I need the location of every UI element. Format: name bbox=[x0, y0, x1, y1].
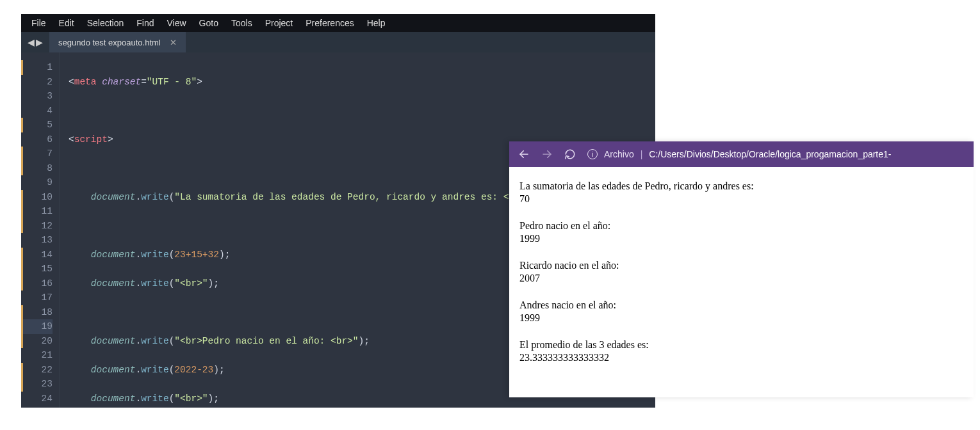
menu-item-project[interactable]: Project bbox=[260, 17, 298, 29]
code-obj: document bbox=[91, 365, 136, 375]
code-string: "<br>Pedro nacio en el año: <br>" bbox=[174, 336, 358, 346]
back-arrow-icon[interactable]: ◀ bbox=[28, 37, 35, 47]
line-number: 23 bbox=[21, 377, 53, 392]
line-number: 2 bbox=[21, 75, 53, 90]
code-string: "UTF - 8" bbox=[147, 77, 197, 87]
output-label: Pedro nacio en el año: bbox=[519, 219, 963, 232]
code-expr: 23+15+32 bbox=[174, 250, 219, 260]
code-string: "La sumatoria de las edades de Pedro, ri… bbox=[174, 192, 531, 202]
code-attr: charset bbox=[102, 77, 141, 87]
line-number: 20 bbox=[21, 334, 53, 349]
line-number: 17 bbox=[21, 291, 53, 305]
addr-path: C:/Users/Divios/Desktop/Oracle/logica_pr… bbox=[649, 149, 891, 159]
tab-history-nav: ◀ ▶ bbox=[21, 37, 49, 47]
line-number: 4 bbox=[21, 104, 53, 118]
line-number: 16 bbox=[21, 276, 53, 291]
code-fn: write bbox=[141, 278, 169, 289]
line-number: 10 bbox=[21, 190, 53, 205]
line-number: 9 bbox=[21, 175, 53, 190]
close-icon[interactable]: ✕ bbox=[170, 38, 177, 47]
line-number: 22 bbox=[21, 363, 53, 378]
output-label: Ricardo nacio en el año: bbox=[519, 259, 963, 272]
code-obj: document bbox=[91, 394, 136, 404]
output-value: 1999 bbox=[519, 232, 963, 245]
line-number: 11 bbox=[21, 204, 53, 219]
addr-label: Archivo bbox=[604, 149, 634, 159]
address-bar[interactable]: i Archivo | C:/Users/Divios/Desktop/Orac… bbox=[587, 149, 892, 159]
code-fn: write bbox=[141, 192, 169, 202]
menu-bar: File Edit Selection Find View Goto Tools… bbox=[21, 14, 655, 32]
line-number: 21 bbox=[21, 348, 53, 363]
line-number-gutter: 123456789101112131415161718192021222324 bbox=[21, 52, 60, 408]
code-fn: write bbox=[141, 365, 169, 375]
line-number: 18 bbox=[21, 305, 53, 320]
browser-toolbar: i Archivo | C:/Users/Divios/Desktop/Orac… bbox=[509, 141, 974, 167]
forward-icon[interactable] bbox=[541, 148, 553, 160]
menu-item-view[interactable]: View bbox=[162, 17, 192, 29]
code-tag: meta bbox=[74, 77, 97, 87]
menu-item-preferences[interactable]: Preferences bbox=[300, 17, 359, 29]
line-number: 12 bbox=[21, 219, 53, 234]
code-string: "<br>" bbox=[174, 394, 208, 404]
output-value: 2007 bbox=[519, 272, 963, 285]
menu-item-file[interactable]: File bbox=[26, 17, 51, 29]
addr-separator: | bbox=[641, 149, 643, 159]
code-fn: write bbox=[141, 336, 169, 346]
menu-item-goto[interactable]: Goto bbox=[194, 17, 224, 29]
line-number: 24 bbox=[21, 392, 53, 406]
file-tab-title: segundo test expoauto.html bbox=[58, 38, 161, 47]
back-icon[interactable] bbox=[518, 148, 530, 160]
code-obj: document bbox=[91, 192, 136, 202]
tab-bar: ◀ ▶ segundo test expoauto.html ✕ bbox=[21, 32, 655, 52]
code-string: "<br>" bbox=[174, 278, 208, 289]
line-number: 19 bbox=[21, 319, 53, 334]
line-number: 8 bbox=[21, 161, 53, 176]
code-obj: document bbox=[91, 250, 136, 260]
line-number: 7 bbox=[21, 147, 53, 161]
file-tab[interactable]: segundo test expoauto.html ✕ bbox=[49, 32, 186, 52]
code-tag: script bbox=[74, 134, 108, 145]
output-value: 23.333333333333332 bbox=[519, 351, 963, 364]
output-label: Andres nacio en el año: bbox=[519, 299, 963, 312]
code-fn: write bbox=[141, 394, 169, 404]
refresh-icon[interactable] bbox=[564, 148, 576, 160]
output-label: La sumatoria de las edades de Pedro, ric… bbox=[519, 180, 963, 193]
menu-item-selection[interactable]: Selection bbox=[82, 17, 129, 29]
browser-page: La sumatoria de las edades de Pedro, ric… bbox=[509, 167, 974, 391]
line-number: 5 bbox=[21, 118, 53, 132]
code-obj: document bbox=[91, 336, 136, 346]
info-icon: i bbox=[587, 149, 598, 159]
menu-item-edit[interactable]: Edit bbox=[54, 17, 79, 29]
code-obj: document bbox=[91, 278, 136, 289]
line-number: 3 bbox=[21, 89, 53, 104]
code-expr: 2022-23 bbox=[174, 365, 213, 375]
output-value: 1999 bbox=[519, 312, 963, 324]
menu-item-help[interactable]: Help bbox=[362, 17, 391, 29]
menu-item-find[interactable]: Find bbox=[131, 17, 159, 29]
output-label: El promedio de las 3 edades es: bbox=[519, 338, 963, 351]
line-number: 14 bbox=[21, 248, 53, 262]
forward-arrow-icon[interactable]: ▶ bbox=[36, 37, 43, 47]
line-number: 15 bbox=[21, 262, 53, 276]
line-number: 1 bbox=[21, 60, 53, 75]
line-number: 13 bbox=[21, 233, 53, 248]
code-fn: write bbox=[141, 250, 169, 260]
menu-item-tools[interactable]: Tools bbox=[226, 17, 257, 29]
output-value: 70 bbox=[519, 193, 963, 205]
line-number: 6 bbox=[21, 132, 53, 147]
browser-window: i Archivo | C:/Users/Divios/Desktop/Orac… bbox=[509, 141, 974, 397]
